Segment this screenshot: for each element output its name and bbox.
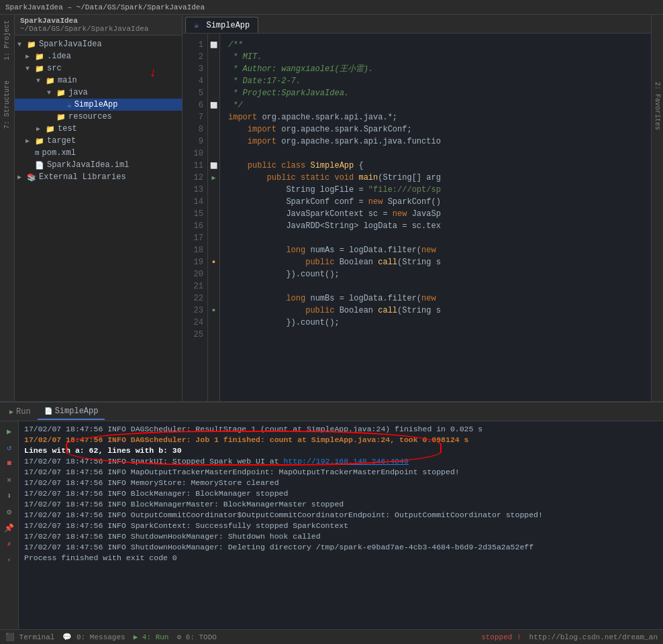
code-content[interactable]: /** * MIT. * Author: wangxiaolei(王小雷). *… xyxy=(220,34,651,401)
tree-label-java: java xyxy=(68,88,88,97)
ln-13: 13 xyxy=(189,184,203,196)
code-line-20: }).count(); xyxy=(228,268,643,280)
code-line-13: String logFile = "file:///opt/sp xyxy=(228,184,643,196)
run-tab-status[interactable]: ▶ 4: Run xyxy=(134,633,169,641)
ln-8: 8 xyxy=(189,123,203,136)
tree-arrow-main: ▼ xyxy=(36,77,46,85)
gutter-24 xyxy=(208,317,219,329)
tree-item-src[interactable]: ▼ 📁 src xyxy=(15,62,182,74)
code-line-11: public class SimpleApp { xyxy=(228,160,643,172)
code-line-5: * Project:SparkJavaIdea. xyxy=(228,87,643,99)
gutter-2 xyxy=(208,51,219,63)
gutter-16 xyxy=(208,220,219,232)
gutter-1: ⬜ xyxy=(208,39,219,51)
tree-arrow-test: ▶ xyxy=(36,125,46,133)
java-tab-icon: ☕ xyxy=(194,21,199,30)
status-bar: ⬛ Terminal 💬 0: Messages ▶ 4: Run ⚙ 6: T… xyxy=(0,629,663,644)
editor-tab-simpleapp[interactable]: ☕ SimpleApp xyxy=(185,17,258,33)
project-icon: 📁 xyxy=(27,40,36,49)
code-editor: 1 2 3 4 5 6 7 8 9 10 11 12 13 14 15 16 1 xyxy=(183,34,651,401)
folder-icon-main: 📁 xyxy=(46,76,55,85)
folder-icon-idea: 📁 xyxy=(35,52,44,61)
run-tab-icon: ▶ xyxy=(9,408,13,416)
run-button[interactable]: ▶ xyxy=(2,424,17,439)
tree-item-pomxml[interactable]: m pom.xml xyxy=(15,147,182,159)
console-line-2: 17/02/07 18:47:56 INFO DAGScheduler: Job… xyxy=(24,435,658,445)
tree-arrow-target: ▶ xyxy=(26,137,35,145)
bottom-tab-simpleapp[interactable]: 📄 SimpleApp xyxy=(38,404,105,420)
tree-item-idea[interactable]: ▶ 📁 .idea xyxy=(15,50,182,62)
code-line-9: import org.apache.spark.api.java.functio xyxy=(228,136,643,148)
tree-arrow-extlibs: ▶ xyxy=(17,173,27,181)
bottom-tab-run[interactable]: ▶ Run xyxy=(3,405,38,419)
code-line-24: }).count(); xyxy=(228,317,643,329)
spark-ui-link[interactable]: http://192.168.148.246:4040 xyxy=(283,457,408,466)
stop-button[interactable]: ■ xyxy=(2,456,17,471)
editor-tabs: ☕ SimpleApp xyxy=(183,15,651,34)
close-console-button[interactable]: ✕ xyxy=(2,472,17,487)
ln-14: 14 xyxy=(189,196,203,208)
code-line-16: JavaRDD<String> logData = sc.tex xyxy=(228,220,643,232)
ln-7: 7 xyxy=(189,111,203,123)
console-line-12: 17/02/07 18:47:56 INFO ShutdownHookManag… xyxy=(24,542,658,553)
error-icon: ✗ xyxy=(2,537,17,551)
tree-item-target[interactable]: ▶ 📁 target xyxy=(15,135,182,147)
tree-item-simpleapp[interactable]: ☕ SimpleApp xyxy=(15,99,182,111)
tree-arrow-java: ▼ xyxy=(47,89,56,97)
code-line-23: public Boolean call(String s xyxy=(228,305,643,317)
filter-button[interactable]: ⚡ xyxy=(2,553,17,568)
editor-tab-label: SimpleApp xyxy=(206,21,250,30)
tree-label-idea: .idea xyxy=(47,52,71,61)
gutter-25 xyxy=(208,329,219,341)
scroll-end-button[interactable]: ⬇ xyxy=(2,488,17,503)
ln-24: 24 xyxy=(189,317,203,329)
console-wrapper: 17/02/07 18:47:56 INFO DAGScheduler: Res… xyxy=(19,421,663,629)
console-line-1: 17/02/07 18:47:56 INFO DAGScheduler: Res… xyxy=(24,424,658,435)
tree-item-sparkjavaidea[interactable]: ▼ 📁 SparkJavaIdea xyxy=(15,38,182,50)
bottom-panel: ▶ Run 📄 SimpleApp ▶ ↺ ■ ✕ ⬇ ⚙ 📌 ✗ ⚡ xyxy=(0,401,663,629)
tree-item-test[interactable]: ▶ 📁 test xyxy=(15,123,182,135)
project-panel-header: SparkJavaIdea ~/Data/GS/Spark/SparkJavaI… xyxy=(15,15,182,36)
gutter-12: ▶ xyxy=(208,172,219,184)
todo-tab[interactable]: ⚙ 6: TODO xyxy=(176,633,216,641)
settings-button[interactable]: ⚙ xyxy=(2,504,17,519)
code-line-4: * Date:17-2-7. xyxy=(228,75,643,87)
terminal-tab[interactable]: ⬛ Terminal xyxy=(5,633,54,641)
ln-20: 20 xyxy=(189,268,203,280)
console-line-6: 17/02/07 18:47:56 INFO MemoryStore: Memo… xyxy=(24,478,658,488)
favorites-label[interactable]: 2: Favorites xyxy=(654,82,661,130)
run-toolbar: ▶ ↺ ■ ✕ ⬇ ⚙ 📌 ✗ ⚡ xyxy=(0,421,19,629)
side-tab-structure[interactable]: 7: Structure xyxy=(2,78,12,131)
ln-23: 23 xyxy=(189,305,203,317)
blog-link: http://blog.csdn.net/dream_an xyxy=(529,633,658,641)
code-line-15: JavaSparkContext sc = new JavaSp xyxy=(228,208,643,220)
iml-icon: 📄 xyxy=(35,161,44,170)
tree-item-resources[interactable]: 📁 resources xyxy=(15,111,182,123)
side-tab-project[interactable]: 1: Project xyxy=(2,17,12,63)
tree-label-test: test xyxy=(58,124,77,133)
folder-icon-resources: 📁 xyxy=(56,113,66,121)
rerun-button[interactable]: ↺ xyxy=(2,440,17,455)
tree-arrow-idea: ▶ xyxy=(26,52,35,60)
ln-10: 10 xyxy=(189,148,203,160)
tree-item-extlibs[interactable]: ▶ 📚 External Libraries xyxy=(15,171,182,183)
xml-icon-pom: m xyxy=(35,149,40,157)
simpleapp-tab-icon: 📄 xyxy=(44,407,52,415)
gutter-21 xyxy=(208,280,219,292)
pin-button[interactable]: 📌 xyxy=(2,521,17,535)
code-line-22: long numBs = logData.filter(new xyxy=(228,292,643,305)
ln-22: 22 xyxy=(189,292,203,305)
tree-arrow-src: ▼ xyxy=(26,65,35,72)
gutter-8 xyxy=(208,123,219,136)
gutter-17 xyxy=(208,232,219,244)
messages-tab[interactable]: 💬 0: Messages xyxy=(62,633,125,641)
console-line-10: 17/02/07 18:47:56 INFO SparkContext: Suc… xyxy=(24,521,658,531)
ln-1: 1 xyxy=(189,39,203,51)
tree-item-java[interactable]: ▼ 📁 java xyxy=(15,87,182,99)
tree-label-extlibs: External Libraries xyxy=(39,172,126,182)
tree-item-main[interactable]: ▼ 📁 main xyxy=(15,74,182,87)
tree-label-resources: resources xyxy=(68,112,112,121)
gutter-10 xyxy=(208,148,219,160)
tree-item-iml[interactable]: 📄 SparkJavaIdea.iml xyxy=(15,159,182,171)
code-line-10 xyxy=(228,148,643,160)
